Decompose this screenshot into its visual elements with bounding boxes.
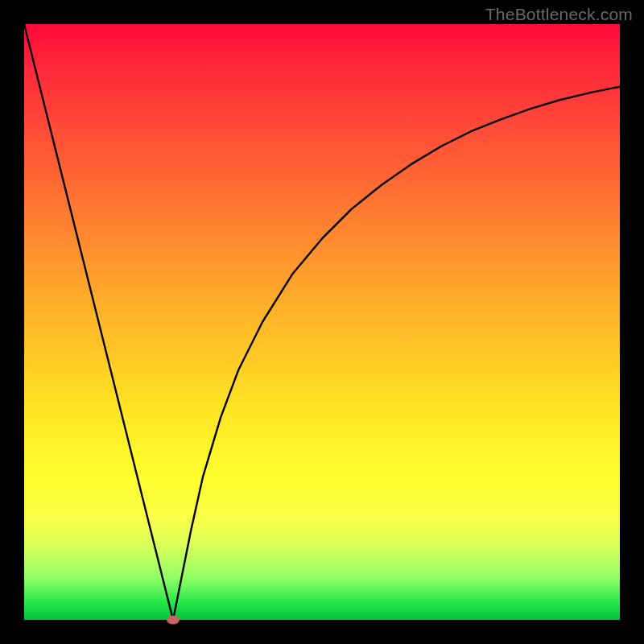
watermark-text: TheBottleneck.com bbox=[485, 5, 633, 24]
plot-area bbox=[24, 24, 620, 620]
optimum-marker bbox=[167, 616, 180, 625]
curve-layer bbox=[24, 24, 620, 620]
bottleneck-curve bbox=[24, 24, 620, 620]
chart-frame: TheBottleneck.com bbox=[0, 0, 644, 644]
